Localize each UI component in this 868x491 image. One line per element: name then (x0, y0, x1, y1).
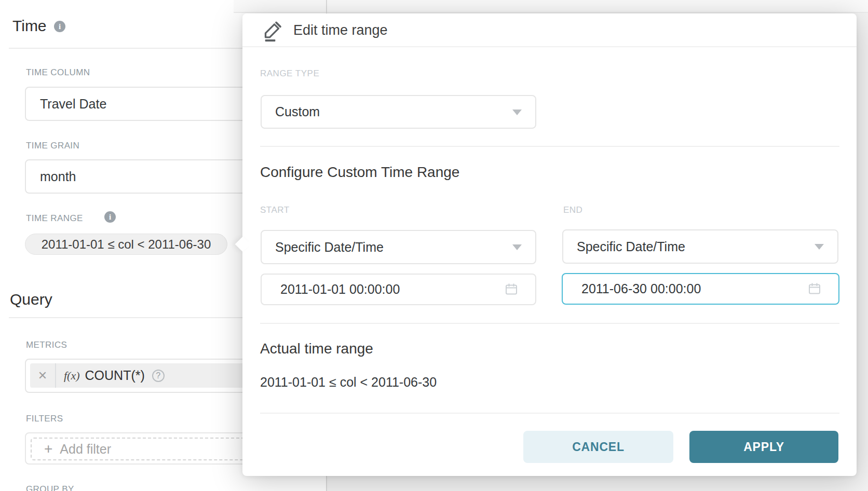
filters-label: FILTERS (26, 414, 63, 424)
chevron-down-icon (512, 244, 522, 250)
time-info-icon[interactable]: i (54, 21, 65, 32)
time-column-label: TIME COLUMN (26, 67, 90, 78)
end-type-select[interactable]: Specific Date/Time (562, 229, 838, 264)
start-label: START (260, 205, 290, 215)
start-type-select[interactable]: Specific Date/Time (261, 230, 536, 264)
range-type-divider (260, 146, 839, 147)
time-column-value: Travel Date (26, 97, 106, 112)
popover-arrow (235, 237, 251, 252)
range-type-select[interactable]: Custom (261, 95, 536, 129)
end-label: END (563, 205, 582, 215)
metric-help-icon[interactable]: ? (152, 370, 165, 382)
actual-time-range-heading: Actual time range (260, 340, 373, 357)
popover-title: Edit time range (293, 13, 388, 47)
background-top-divider (234, 12, 868, 13)
start-datetime-input[interactable] (261, 274, 536, 305)
end-datetime-input[interactable] (562, 273, 839, 305)
footer-divider (260, 413, 839, 414)
remove-metric-icon[interactable]: ✕ (30, 369, 55, 383)
actual-time-range-value: 2011-01-01 ≤ col < 2011-06-30 (260, 375, 437, 390)
time-grain-label: TIME GRAIN (26, 141, 79, 151)
custom-range-divider (260, 323, 839, 324)
time-range-info-icon[interactable]: i (104, 211, 116, 223)
metrics-label: METRICS (26, 340, 67, 350)
function-icon: f(x) (64, 369, 80, 383)
background-top-band (234, 0, 868, 12)
end-type-value: Specific Date/Time (563, 239, 685, 254)
chip-separator (55, 363, 56, 388)
apply-button[interactable]: APPLY (689, 431, 838, 463)
chevron-down-icon (512, 110, 522, 115)
start-type-value: Specific Date/Time (262, 240, 384, 255)
range-type-label: RANGE TYPE (260, 69, 319, 79)
chevron-down-icon (815, 244, 824, 250)
time-grain-value: month (26, 169, 76, 184)
plus-icon: + (44, 442, 52, 456)
time-range-label: TIME RANGE (26, 213, 83, 224)
configure-heading: Configure Custom Time Range (260, 164, 459, 181)
popover-header: Edit time range (242, 13, 857, 47)
edit-time-range-popover: Edit time range RANGE TYPE Custom Config… (242, 13, 857, 476)
explore-page: Time i TIME COLUMN Travel Date TIME GRAI… (0, 0, 868, 491)
range-type-value: Custom (262, 104, 320, 119)
time-range-pill[interactable]: 2011-01-01 ≤ col < 2011-06-30 (25, 234, 227, 255)
edit-pencil-icon (262, 20, 283, 45)
add-filter-label: Add filter (60, 442, 111, 457)
group-by-label: GROUP BY (26, 484, 74, 491)
metric-name: COUNT(*) (85, 368, 145, 383)
cancel-button[interactable]: CANCEL (523, 431, 673, 463)
query-section-title: Query (10, 291, 52, 308)
time-section-title: Time (12, 17, 47, 35)
